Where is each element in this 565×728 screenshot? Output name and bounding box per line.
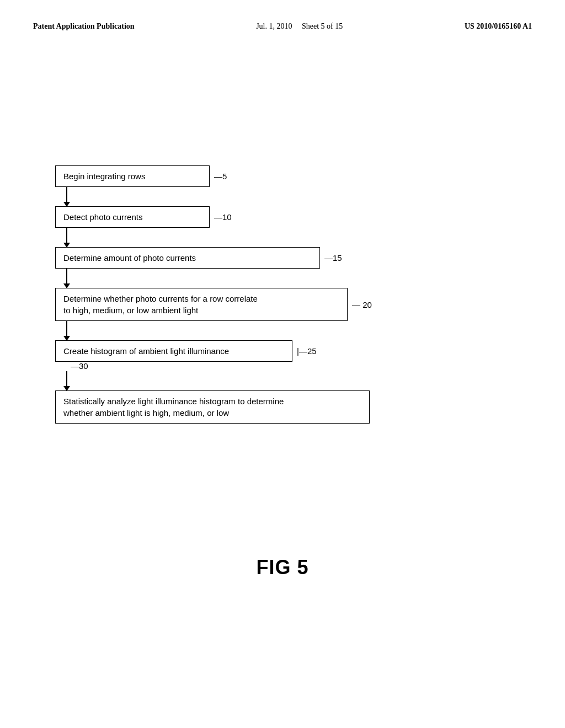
flow-step-6-row: Statistically analyze light illuminance … (55, 390, 370, 424)
ref-label-1: —5 (214, 172, 227, 181)
flow-step-5: Create histogram of ambient light illumi… (55, 340, 317, 390)
flow-step-1: Begin integrating rows —5 (55, 165, 227, 206)
header-publication-label: Patent Application Publication (33, 22, 135, 31)
flowchart-container: Begin integrating rows —5 Detect photo c… (55, 165, 469, 424)
flow-step-4: Determine whether photo currents for a r… (55, 288, 372, 340)
flow-step-3-row: Determine amount of photo currents —15 (55, 247, 342, 269)
arrow-2 (66, 228, 67, 247)
ref-label-4: ― 20 (352, 300, 372, 309)
flow-box-2: Detect photo currents (55, 206, 210, 228)
flow-box-3: Determine amount of photo currents (55, 247, 320, 269)
flow-box-5: Create histogram of ambient light illumi… (55, 340, 292, 362)
ref-label-5: |―25 (297, 346, 317, 356)
flow-step-2: Detect photo currents ―10 (55, 206, 232, 247)
ref-label-30: ―30 (71, 362, 88, 371)
ref-label-3: —15 (324, 253, 342, 263)
flow-step-1-row: Begin integrating rows —5 (55, 165, 227, 187)
flow-step-6: Statistically analyze light illuminance … (55, 390, 370, 424)
flow-step-3: Determine amount of photo currents —15 (55, 247, 342, 288)
page-header: Patent Application Publication Jul. 1, 2… (0, 0, 565, 31)
figure-caption: FIG 5 (256, 556, 308, 579)
flow-box-6: Statistically analyze light illuminance … (55, 390, 370, 424)
flow-box-1: Begin integrating rows (55, 165, 210, 187)
flowchart: Begin integrating rows —5 Detect photo c… (55, 165, 469, 424)
flow-step-2-row: Detect photo currents ―10 (55, 206, 232, 228)
header-date: Jul. 1, 2010 (256, 22, 292, 30)
flow-step-5-row: Create histogram of ambient light illumi… (55, 340, 317, 362)
header-date-sheet: Jul. 1, 2010 Sheet 5 of 15 (256, 22, 343, 31)
flow-box-4: Determine whether photo currents for a r… (55, 288, 348, 321)
flow-step-4-row: Determine whether photo currents for a r… (55, 288, 372, 321)
ref-label-2: ―10 (214, 212, 232, 222)
arrow-1 (66, 187, 67, 206)
arrow-4 (66, 321, 67, 340)
arrow-5 (66, 371, 67, 390)
header-sheet: Sheet 5 of 15 (302, 22, 343, 30)
arrow-3 (66, 269, 67, 288)
header-patent-number: US 2010/0165160 A1 (465, 22, 532, 31)
